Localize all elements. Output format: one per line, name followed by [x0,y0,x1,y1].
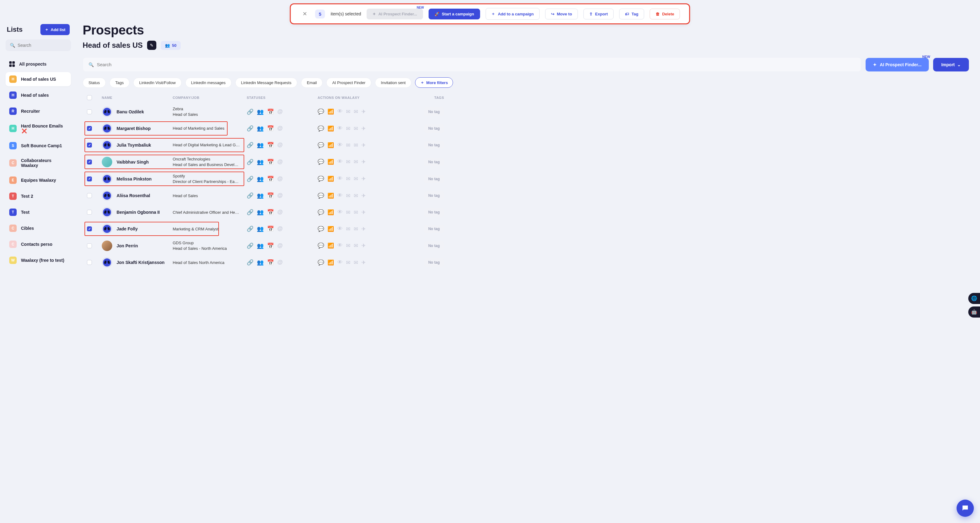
action-icon[interactable]: ✉ [354,242,358,249]
action-icon[interactable]: ✈ [361,192,366,199]
sidebar-item[interactable]: C Contacts perso [6,237,71,251]
action-icon[interactable]: 👁 [337,192,343,199]
select-all-checkbox[interactable] [87,95,92,100]
action-icon[interactable]: ✈ [361,142,366,149]
no-tag-badge[interactable]: No tag [424,158,444,166]
no-tag-badge[interactable]: No tag [424,141,444,149]
row-checkbox[interactable] [87,227,92,231]
table-row[interactable]: Aliisa Rosenthal Head of Sales 🔗👥📅@ 💬📶👁✉… [83,187,969,204]
sidebar-item[interactable]: H Hard Bounce Emails ❌ [6,120,71,137]
action-icon[interactable]: 👁 [337,226,343,232]
action-icon[interactable]: 👁 [337,142,343,149]
more-filters-button[interactable]: ＋More filters [415,77,453,88]
status-icon[interactable]: @ [277,176,283,182]
table-row[interactable]: Vaibbhav Singh Oncraft Technologies Head… [83,154,969,170]
action-icon[interactable]: ✉ [354,259,358,266]
status-icon[interactable]: 👥 [257,158,264,165]
add-list-button[interactable]: ＋ Add list [40,24,70,35]
chat-button[interactable] [956,499,974,517]
action-icon[interactable]: ✈ [361,158,366,165]
action-icon[interactable]: 💬 [318,125,324,132]
action-icon[interactable]: 👁 [337,209,343,216]
action-icon[interactable]: 💬 [318,209,324,216]
no-tag-badge[interactable]: No tag [424,225,444,233]
status-icon[interactable]: @ [277,259,283,266]
main-search[interactable]: 🔍 [83,57,861,72]
status-icon[interactable]: 🔗 [247,108,253,115]
action-icon[interactable]: ✉ [346,142,350,149]
action-icon[interactable]: 📶 [328,142,334,149]
filter-pill[interactable]: Invitation sent [375,78,411,88]
action-icon[interactable]: ✉ [354,226,358,232]
table-row[interactable]: Julia Tsymbaliuk Head of Digital Marketi… [83,137,969,154]
status-icon[interactable]: 📅 [267,242,274,249]
status-icon[interactable]: @ [277,242,283,249]
action-icon[interactable]: 💬 [318,108,324,115]
filter-pill[interactable]: Email [301,78,323,88]
action-icon[interactable]: ✉ [346,259,350,266]
delete-button[interactable]: 🗑 Delete [650,9,680,19]
action-icon[interactable]: 💬 [318,158,324,165]
row-checkbox[interactable] [87,210,92,215]
move-to-button[interactable]: ↪ Move to [545,9,578,19]
action-icon[interactable]: 📶 [328,158,334,165]
action-icon[interactable]: 👁 [337,176,343,182]
action-icon[interactable]: ✈ [361,226,366,232]
table-row[interactable]: Melissa Pinkston Spotify Director of Cli… [83,170,969,187]
table-row[interactable]: Jon Perrin GDS Group Head of Sales - Nor… [83,237,969,254]
table-row[interactable]: Jade Folly Marketing & CRM Analyst 🔗👥📅@ … [83,220,969,237]
status-icon[interactable]: 👥 [257,108,264,115]
action-icon[interactable]: ✉ [354,125,358,132]
row-checkbox[interactable] [87,243,92,248]
row-checkbox[interactable] [87,160,92,165]
action-icon[interactable]: 💬 [318,176,324,182]
action-icon[interactable]: 📶 [328,259,334,266]
status-icon[interactable]: 🔗 [247,225,253,232]
table-row[interactable]: Margaret Bishop Head of Marketing and Sa… [83,120,969,137]
action-icon[interactable]: ✉ [346,125,350,132]
status-icon[interactable]: 🔗 [247,242,253,249]
action-icon[interactable]: 💬 [318,242,324,249]
filter-pill[interactable]: Status [83,78,106,88]
translate-widget[interactable]: 🌐 [968,293,980,304]
sidebar-item[interactable]: R Recruiter [6,104,71,118]
filter-pill[interactable]: LinkedIn messages [185,78,232,88]
status-icon[interactable]: 👥 [257,259,264,266]
action-icon[interactable]: ✉ [354,108,358,115]
action-icon[interactable]: ✈ [361,242,366,249]
action-icon[interactable]: ✉ [346,209,350,216]
export-button[interactable]: ⇧ Export [584,9,614,19]
row-checkbox[interactable] [87,193,92,198]
action-icon[interactable]: 📶 [328,176,334,182]
filter-pill[interactable]: LinkedIn Visit/Follow [133,78,181,88]
filter-pill[interactable]: Tags [110,78,129,88]
action-icon[interactable]: 💬 [318,192,324,199]
sidebar-search[interactable]: 🔍 [6,40,71,51]
table-row[interactable]: Jon Skafti Kristjansson Head of Sales No… [83,254,969,271]
ai-prospect-finder-main-button[interactable]: ✦ AI Prospect Finder... NEW [865,58,929,71]
row-checkbox[interactable] [87,143,92,147]
row-checkbox[interactable] [87,109,92,114]
sidebar-item[interactable]: T Test 2 [6,189,71,203]
edit-list-button[interactable]: ✎ [147,41,156,50]
action-icon[interactable]: 💬 [318,226,324,232]
action-icon[interactable]: 📶 [328,226,334,232]
status-icon[interactable]: 🔗 [247,176,253,182]
action-icon[interactable]: 💬 [318,259,324,266]
no-tag-badge[interactable]: No tag [424,258,444,267]
status-icon[interactable]: 📅 [267,158,274,165]
status-icon[interactable]: 🔗 [247,142,253,149]
status-icon[interactable]: 👥 [257,142,264,149]
sidebar-item[interactable]: H Head of sales [6,88,71,102]
status-icon[interactable]: 📅 [267,125,274,132]
sidebar-all-prospects[interactable]: All prospects [6,58,71,70]
action-icon[interactable]: ✉ [354,192,358,199]
start-campaign-button[interactable]: 🚀 Start a campaign [429,9,480,19]
action-icon[interactable]: 👁 [337,259,343,266]
status-icon[interactable]: 👥 [257,176,264,182]
status-icon[interactable]: 🔗 [247,209,253,216]
status-icon[interactable]: 📅 [267,176,274,182]
action-icon[interactable]: ✈ [361,176,366,182]
action-icon[interactable]: 👁 [337,158,343,165]
sidebar-item[interactable]: C Collaborateurs Waalaxy [6,155,71,171]
